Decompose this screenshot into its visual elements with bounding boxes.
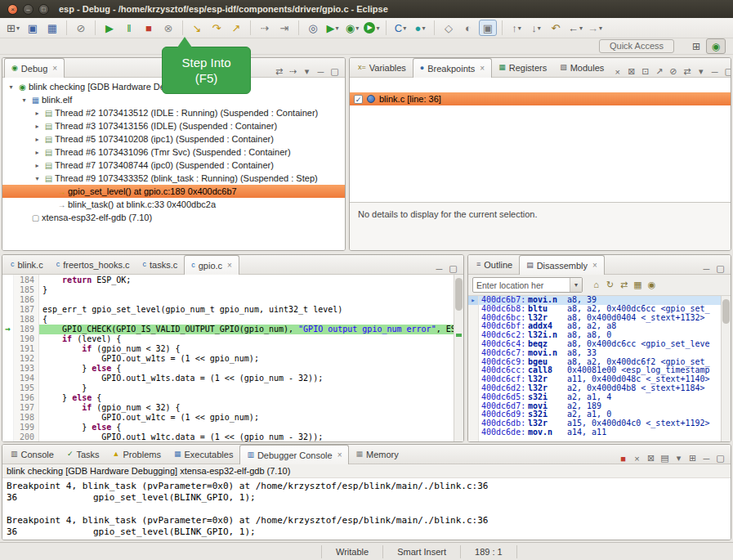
home-icon[interactable]: ⌂ [589,280,603,290]
tab-console[interactable]: ▥Console [4,445,60,464]
code-line[interactable]: if (gpio_num < 32) { [39,403,454,413]
debug-tree-row[interactable]: ▢xtensa-esp32-elf-gdb (7.10) [2,211,345,224]
tab-variables[interactable]: x=Variables [351,58,413,77]
terminate-icon[interactable]: ■ [616,454,630,464]
debug-tree-row[interactable]: ▸▤Thread #2 1073413512 (IDLE : Running) … [2,106,345,119]
close-icon[interactable]: × [592,261,597,270]
code-line[interactable]: esp_err_t gpio_set_level(gpio_num_t gpio… [39,305,454,315]
minimize-icon[interactable]: ─ [699,454,713,464]
mark-occurrences-button[interactable]: ▣ [479,20,497,36]
view-menu-icon[interactable]: ▾ [300,66,314,77]
remove-all-launches-icon[interactable]: ⊠ [644,453,658,464]
debug-tree-row[interactable]: ▸▤Thread #3 1073413156 (IDLE) (Suspended… [2,119,345,132]
disassembly-row[interactable]: 400dc6c7:movi.na8, 33 [479,349,721,358]
search-text-button[interactable]: ◐ [459,20,477,36]
code-line[interactable]: GPIO.out1_w1ts.data = (1 << (gpio_num - … [39,374,454,383]
maximize-icon[interactable]: ▢ [722,66,731,77]
link-with-debug-icon[interactable]: ⇄ [680,66,694,77]
code-line[interactable]: GPIO.out_w1tc = (1 << gpio_num); [39,413,454,423]
code-line[interactable]: } [39,383,454,393]
open-perspective-button[interactable]: ⊞ [686,38,706,54]
suspend-button[interactable]: ‖ [120,20,138,36]
sync-with-debug-icon[interactable]: ⇄ [617,280,631,290]
maximize-icon[interactable]: ▢ [328,66,342,77]
step-over-button[interactable]: ↷ [208,20,226,36]
tab-gpio-c[interactable]: cgpio.c× [184,255,239,275]
code-line[interactable]: } else { [39,393,454,403]
step-return-button[interactable]: ↗ [227,20,245,36]
save-all-button[interactable]: ▦ [43,20,61,36]
expander-icon[interactable]: ▸ [32,162,42,169]
new-c-source-button[interactable]: C▾ [391,20,409,36]
tab-tasks[interactable]: ✓Tasks [60,445,106,464]
save-button[interactable]: ▣ [24,20,42,36]
tab-executables[interactable]: ▦Executables [168,445,239,464]
quick-access-button[interactable]: Quick Access [599,39,674,53]
tab-memory[interactable]: ▦Memory [349,445,404,464]
back-button[interactable]: ←▾ [566,20,584,36]
close-icon[interactable]: × [227,261,232,270]
maximize-icon[interactable]: ▢ [713,453,727,464]
window-close-button[interactable]: × [7,4,18,15]
show-breakpoints-for-selection-icon[interactable]: ⊡ [638,66,652,77]
expander-icon[interactable]: ▾ [6,83,16,91]
next-annotation-button[interactable]: ↓▾ [527,20,545,36]
scrollbar-thumb[interactable] [455,278,463,311]
code-line[interactable]: GPIO.out1_w1tc.data = (1 << (gpio_num - … [39,432,454,441]
remove-breakpoint-icon[interactable]: × [610,67,624,77]
location-combo[interactable]: Enter location her ▾ [472,277,583,293]
code-line[interactable]: if (gpio_num < 32) { [39,344,454,354]
forward-button[interactable]: →▾ [586,20,604,36]
terminate-button[interactable]: ■ [140,20,158,36]
expander-icon[interactable]: ▸ [32,149,42,156]
window-minimize-button[interactable]: – [23,4,34,15]
instruction-stepping-mode-icon[interactable]: ⇢ [286,66,300,77]
chevron-down-icon[interactable]: ▾ [570,278,582,292]
console-output[interactable]: Breakpoint 4, blink_task (pvParameter=0x… [2,478,731,540]
code-line[interactable]: } [39,285,454,295]
last-edit-location-button[interactable]: ↶ [547,20,565,36]
minimize-icon[interactable]: ─ [699,264,713,274]
code-line[interactable]: } else { [39,364,454,374]
close-icon[interactable]: × [52,64,57,73]
external-tools-button[interactable]: ▶▾ [324,20,342,36]
debug-tree-row[interactable]: ▸▤Thread #5 1073410208 (ipc1) (Suspended… [2,132,345,146]
minimize-icon[interactable]: ─ [432,264,446,274]
tab-registers[interactable]: ▦Registers [492,58,553,77]
tab-blink-c[interactable]: cblink.c [4,255,50,274]
go-to-file-icon[interactable]: ↗ [652,66,666,77]
debug-tree-row[interactable]: ▸▤Thread #7 1073408744 (ipc0) (Suspended… [2,159,345,172]
display-selected-console-icon[interactable]: ▾ [672,453,686,464]
code-editor[interactable]: → 18418518618718818919019119219319419519… [2,275,463,441]
scrollbar-thumb[interactable] [722,299,730,324]
step-into-button[interactable]: ↘ [188,20,206,36]
tab-outline[interactable]: ≡Outline [470,255,519,274]
editor-code[interactable]: return ESP_OK;}esp_err_t gpio_set_level(… [39,275,454,441]
debug-button[interactable]: ◉▾ [343,20,361,36]
tab-debug[interactable]: ◉Debug× [4,58,65,78]
close-icon[interactable]: × [337,450,342,459]
previous-annotation-button[interactable]: ↑▾ [507,20,525,36]
resume-button[interactable]: ▶ [101,20,118,36]
minimize-icon[interactable]: ─ [314,67,328,77]
breakpoint-checkbox[interactable]: ✓ [354,95,363,104]
maximize-icon[interactable]: ▢ [713,263,727,274]
remove-all-breakpoints-icon[interactable]: ⊠ [624,66,638,77]
instruction-stepping-button[interactable]: ⇢ [256,20,274,36]
tab-debugger-console[interactable]: ▥Debugger Console× [239,445,349,464]
code-line[interactable]: GPIO.out_w1ts = (1 << gpio_num); [39,354,454,364]
track-expression-icon[interactable]: ◉ [645,280,659,290]
window-maximize-button[interactable]: □ [38,4,49,15]
debug-tree-row[interactable]: ▾▤Thread #9 1073433352 (blink_task : Run… [2,172,345,185]
location-combo-value[interactable]: Enter location her [473,280,570,290]
tab-freertos-hooks-c[interactable]: cfreertos_hooks.c [50,255,136,274]
minimize-icon[interactable]: ─ [708,67,722,77]
code-line[interactable]: if (level) { [39,334,454,344]
disassembly-scrollbar[interactable] [721,296,731,441]
disassembly-row[interactable]: 400dc6de:mov.na14, a11 [479,428,721,437]
search-button[interactable]: ◎ [304,20,322,36]
tab-problems[interactable]: ▲Problems [106,445,168,464]
skip-all-breakpoints-icon[interactable]: ⊘ [666,66,680,77]
disassembly-row[interactable]: 400dc6d5:s32ia2, a1, 4 [479,393,721,402]
refresh-icon[interactable]: ↻ [603,280,617,290]
